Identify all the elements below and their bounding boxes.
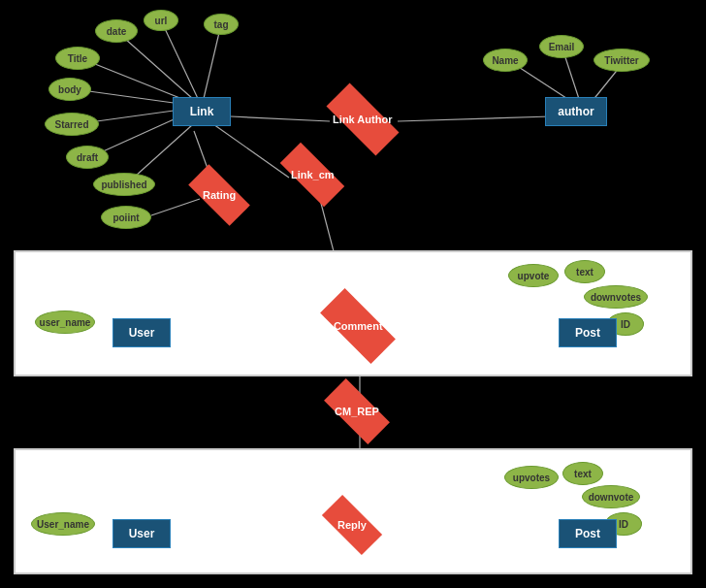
er-diagram: date url tag Title body Starred draft pu… — [0, 0, 706, 588]
attr-twitter: Tiwitter — [594, 49, 650, 72]
svg-line-14 — [151, 199, 200, 215]
entity-user1: User — [112, 318, 171, 347]
svg-line-15 — [213, 124, 289, 178]
attr-date: date — [95, 19, 138, 43]
rel-cm-rep: CM_REP — [324, 378, 390, 444]
rel-rating: Rating — [188, 164, 250, 226]
svg-line-0 — [116, 31, 202, 107]
attr-url: url — [144, 10, 178, 31]
rel-link-cm: Link_cm — [280, 143, 344, 207]
entity-link: Link — [173, 97, 231, 126]
attr-downvote2: downvote — [582, 485, 640, 508]
svg-line-2 — [202, 24, 221, 107]
entity-post2: Post — [559, 519, 617, 548]
attr-downvotes1: downvotes — [584, 285, 648, 309]
attr-body: body — [48, 78, 91, 101]
attr-username1: user_name — [35, 310, 95, 334]
attr-upvote1: upvote — [508, 264, 559, 287]
attr-text1: text — [564, 260, 605, 283]
rel-link-author: Link Author — [327, 83, 400, 156]
attr-text2: text — [562, 462, 603, 485]
attr-published: published — [93, 173, 155, 196]
attr-username2: User_name — [31, 512, 95, 536]
attr-draft: draft — [66, 146, 109, 169]
entity-post1: Post — [559, 318, 617, 347]
attr-tag: tag — [204, 14, 239, 35]
svg-line-1 — [161, 20, 202, 107]
svg-line-8 — [231, 116, 330, 121]
attr-starred: Starred — [45, 113, 99, 136]
attr-point: poiint — [101, 206, 151, 229]
attr-title: Title — [55, 47, 100, 70]
attr-name: Name — [483, 49, 528, 72]
svg-line-9 — [398, 116, 551, 121]
entity-author: author — [545, 97, 607, 126]
attr-upvotes2: upvotes — [504, 466, 559, 489]
entity-user2: User — [112, 519, 171, 548]
attr-email: Email — [539, 35, 584, 58]
